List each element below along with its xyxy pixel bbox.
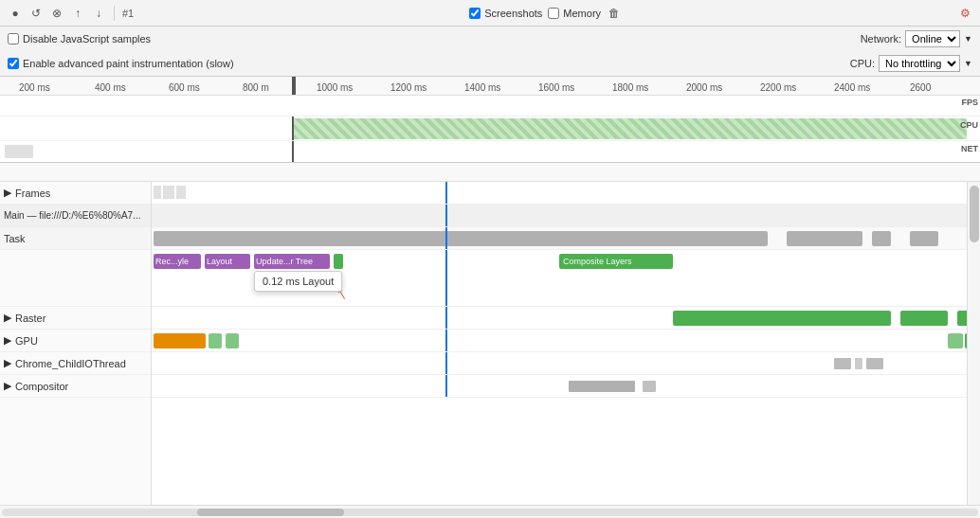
toolbar: ● ↺ ⊗ ↑ ↓ #1 Screenshots Memory 🗑 ⚙ <box>0 0 980 27</box>
enable-paint-checkbox[interactable] <box>8 58 19 69</box>
task-label: Task <box>4 233 26 244</box>
layout-label: Layout <box>207 257 232 266</box>
compositor-canvas-row <box>152 375 967 398</box>
upload-icon[interactable]: ↑ <box>70 6 85 21</box>
refresh-icon[interactable]: ↺ <box>28 6 44 21</box>
disable-js-setting[interactable]: Disable JavaScript samples <box>8 33 151 45</box>
task-bar-left <box>154 231 768 246</box>
cpu-label: CPU: <box>850 58 875 69</box>
enable-paint-label: Enable advanced paint instrumentation (s… <box>23 58 234 69</box>
child-io-arrow: ▶ <box>4 357 11 369</box>
disable-js-checkbox[interactable] <box>8 33 19 45</box>
layout-bar[interactable]: Layout <box>205 254 250 269</box>
cpu-dropdown-arrow: ▼ <box>964 59 972 68</box>
back-icon[interactable]: ● <box>8 6 23 21</box>
ruler-label-10: 2200 ms <box>760 82 796 93</box>
recstyle-label: Rec...yle <box>155 257 189 266</box>
fps-label: FPS <box>961 98 978 107</box>
raster-blue-line <box>445 307 447 329</box>
ruler-label-4: 1000 ms <box>317 82 353 93</box>
timeline-wrapper: ● ↺ ⊗ ↑ ↓ #1 Screenshots Memory 🗑 ⚙ Disa… <box>0 0 980 518</box>
task-bar-mid <box>787 231 862 246</box>
child-io-track-label[interactable]: ▶ Chrome_ChildIOThread <box>0 352 151 375</box>
settings-area: Disable JavaScript samples Network: Onli… <box>0 27 980 77</box>
compositor-bar-2 <box>643 381 656 392</box>
gpu-blue-line <box>445 330 447 351</box>
trash-icon[interactable]: 🗑 <box>607 6 622 21</box>
composite-layers-bar[interactable]: Composite Layers <box>559 254 673 269</box>
raster-label: Raster <box>15 313 45 324</box>
task-bar-right1 <box>872 231 891 246</box>
detail-section: 2 ms 791.4 ms 791.6 ms 791.8 ms 792.0 ms… <box>0 163 980 518</box>
gpu-arrow: ▶ <box>4 334 11 347</box>
child-io-label: Chrome_ChildIOThread <box>15 358 126 369</box>
stop-icon[interactable]: ⊗ <box>49 6 64 21</box>
network-group: Network: Online ▼ <box>861 30 972 47</box>
fps-track: FPS <box>0 96 980 116</box>
frame-block <box>176 186 186 199</box>
frames-arrow: ▶ <box>4 187 11 199</box>
raster-track-label[interactable]: ▶ Raster <box>0 307 151 330</box>
screenshots-check[interactable]: Screenshots <box>469 8 542 19</box>
frames-label: Frames <box>15 188 50 199</box>
frames-canvas-row <box>152 182 967 205</box>
raster-bar-1 <box>673 311 891 326</box>
net-bar-1 <box>5 145 33 158</box>
raster-arrow: ▶ <box>4 312 11 324</box>
ruler-label-9: 2000 ms <box>686 82 722 93</box>
network-dropdown-arrow: ▼ <box>964 34 972 44</box>
frames-blue-line <box>445 182 447 204</box>
gpu-bar-5 <box>965 333 967 348</box>
frames-track-label[interactable]: ▶ Frames <box>0 182 151 205</box>
screenshots-checkbox[interactable] <box>469 8 481 19</box>
update-tree-label: Update...r Tree <box>256 257 313 266</box>
compositor-arrow: ▶ <box>4 380 11 392</box>
net-marker <box>292 141 294 162</box>
ruler-label-7: 1600 ms <box>538 82 574 93</box>
horizontal-scrollbar[interactable] <box>0 505 980 518</box>
child-io-bar-3 <box>866 358 883 369</box>
compositor-bar-1 <box>569 381 635 392</box>
settings-row-1: Disable JavaScript samples Network: Onli… <box>0 27 980 51</box>
child-io-canvas-row <box>152 352 967 375</box>
gpu-track-label[interactable]: ▶ GPU <box>0 330 151 352</box>
memory-checkbox[interactable] <box>548 8 559 19</box>
composite-layers-label: Composite Layers <box>563 257 632 266</box>
gpu-bar-3 <box>226 333 239 348</box>
separator <box>114 6 115 21</box>
child-io-bar-1 <box>834 358 851 369</box>
ruler-label-1: 400 ms <box>95 82 126 93</box>
recstyle-bar[interactable]: Rec...yle <box>154 254 201 269</box>
tooltip-label: Layout <box>302 276 334 287</box>
raster-bar-3 <box>957 311 967 326</box>
download-icon[interactable]: ↓ <box>91 6 106 21</box>
frame-block <box>163 186 174 199</box>
cpu-select[interactable]: No throttling <box>879 55 960 72</box>
update-tree-bar[interactable]: Update...r Tree <box>254 254 330 269</box>
small-green-bar <box>334 254 343 269</box>
ruler-label-5: 1200 ms <box>390 82 426 93</box>
overview-marker2 <box>294 77 296 95</box>
compositor-blue-line <box>445 375 447 397</box>
hscrollbar-track[interactable] <box>2 509 978 516</box>
gpu-bar-2 <box>209 333 222 348</box>
task-blue-line <box>445 227 447 249</box>
gear-icon[interactable]: ⚙ <box>957 6 972 21</box>
vertical-scrollbar[interactable] <box>967 182 980 505</box>
enable-paint-setting[interactable]: Enable advanced paint instrumentation (s… <box>8 58 234 69</box>
compositor-track-label[interactable]: ▶ Compositor <box>0 375 151 398</box>
net-track: NET <box>0 141 980 162</box>
network-select[interactable]: Online <box>905 30 960 47</box>
net-label: NET <box>961 144 978 153</box>
main-label: Main — file:///D:/%E6%80%A7... <box>4 210 141 221</box>
gpu-bar-4 <box>948 333 963 348</box>
scrollbar-thumb[interactable] <box>970 186 979 242</box>
memory-check[interactable]: Memory <box>548 8 601 19</box>
disable-js-label: Disable JavaScript samples <box>23 33 151 45</box>
memory-label: Memory <box>563 8 601 19</box>
settings-row-2: Enable advanced paint instrumentation (s… <box>0 51 980 76</box>
hscrollbar-thumb[interactable] <box>197 509 344 516</box>
screenshots-label: Screenshots <box>484 8 542 19</box>
tracks-area: ▶ Frames Main — file:///D:/%E6%80%A7... … <box>0 182 980 505</box>
sub-task-canvas: Rec...yle Layout Update...r Tree Composi… <box>152 250 967 307</box>
